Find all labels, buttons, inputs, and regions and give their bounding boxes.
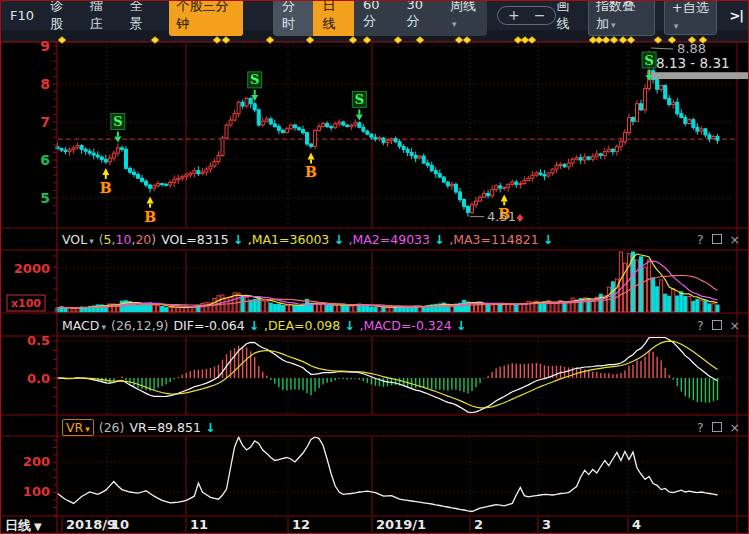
close-icon[interactable]: × — [730, 318, 740, 333]
vol-values: VOL=8315 ↓ ,MA1=36003 ↓ ,MA2=49033 ↓ ,MA… — [161, 232, 553, 247]
chevron-down-icon: ▾ — [452, 19, 457, 29]
help-icon[interactable]: ? — [697, 232, 704, 247]
zoom-in-button[interactable]: + — [508, 8, 520, 23]
header-value: VOL=8315 — [161, 232, 228, 247]
macd-values: DIF=-0.064 ↓ ,DEA=0.098 ↓ ,MACD=-0.324 ↓ — [173, 318, 466, 333]
close-icon[interactable]: × — [730, 420, 740, 435]
svg-text:S: S — [113, 114, 122, 129]
period-tab-group: 分时 日线 60分 30分 周线▾ — [273, 0, 487, 36]
svg-text:8: 8 — [40, 76, 50, 92]
down-arrow-icon: ↓ — [430, 232, 449, 247]
down-arrow-icon: ↓ — [229, 232, 248, 247]
svg-text:100: 100 — [23, 484, 50, 499]
svg-text:4: 4 — [632, 517, 641, 532]
header-value: 10 — [116, 232, 132, 247]
down-arrow-icon: ↓ — [452, 318, 467, 333]
header-value: ,MACD=-0.324 — [359, 318, 451, 333]
down-arrow-icon: ↓ — [340, 318, 359, 333]
svg-text:11: 11 — [190, 517, 208, 532]
maximize-icon[interactable] — [712, 422, 722, 432]
tab-weekly[interactable]: 周线▾ — [441, 0, 487, 36]
svg-text:2: 2 — [474, 517, 483, 532]
help-icon[interactable]: ? — [697, 420, 704, 435]
svg-text:x100: x100 — [11, 297, 41, 310]
zoom-control: + − — [497, 6, 556, 25]
svg-text:2018/9: 2018/9 — [66, 517, 116, 532]
vr-params: (26) — [99, 420, 125, 435]
toolbar-item-diagnose[interactable]: 诊股 — [50, 0, 74, 33]
tab-intraday[interactable]: 分时 — [273, 0, 313, 36]
vr-panel-header: VR▾ (26) VR=89.851 ↓ ? × — [0, 417, 749, 437]
macd-indicator-name: MACD — [62, 318, 99, 333]
toolbar: F10 诊股 擂庄 全景 个股三分钟 分时 日线 60分 30分 周线▾ + −… — [0, 0, 749, 30]
arrow-down-icon: ▼ — [34, 521, 42, 532]
chevron-down-icon: ▾ — [89, 236, 94, 246]
vr-values: VR=89.851 ↓ — [129, 420, 215, 435]
add-watchlist-label: +自选 — [672, 0, 709, 15]
toolbar-right-group: 画线 指数叠加▾ +自选▾ >| — [556, 0, 743, 36]
macd-panel-controls: ? × — [697, 315, 740, 335]
svg-text:12: 12 — [292, 517, 310, 532]
svg-text:2019/1: 2019/1 — [376, 517, 426, 532]
vol-indicator-selector[interactable]: VOL▾ — [62, 232, 94, 247]
header-value: ) — [151, 232, 156, 247]
down-arrow-icon: ↓ — [201, 420, 216, 435]
tab-60min[interactable]: 60分 — [354, 0, 398, 36]
header-value: ,MA1=36003 — [248, 232, 330, 247]
draw-line-button[interactable]: 画线 — [556, 0, 579, 33]
svg-text:2000: 2000 — [14, 261, 50, 276]
toolbar-item-panorama[interactable]: 全景 — [130, 0, 154, 33]
vol-panel-header: VOL▾ (5,10,20) VOL=8315 ↓ ,MA1=36003 ↓ ,… — [0, 229, 749, 249]
svg-text:3: 3 — [542, 517, 551, 532]
svg-text:5: 5 — [40, 190, 50, 206]
period-axis-label[interactable]: 日线 ▼ — [5, 517, 42, 534]
vol-indicator-name: VOL — [62, 232, 87, 247]
svg-text:7: 7 — [40, 114, 50, 130]
svg-text:S: S — [355, 92, 364, 107]
down-arrow-icon: ↓ — [245, 318, 264, 333]
collapse-panel-icon[interactable]: >| — [729, 8, 743, 23]
toolbar-item-f10[interactable]: F10 — [10, 8, 34, 23]
svg-text:S: S — [250, 72, 259, 87]
header-value: ,MA2=49033 — [349, 232, 431, 247]
macd-indicator-selector[interactable]: MACD▾ — [62, 318, 106, 333]
header-value: 20 — [135, 232, 151, 247]
close-icon[interactable]: × — [730, 232, 740, 247]
svg-text:4.51: 4.51 — [487, 209, 516, 224]
period-axis-text: 日线 — [5, 517, 31, 534]
svg-text:0.5: 0.5 — [27, 333, 50, 348]
maximize-icon[interactable] — [712, 320, 722, 330]
macd-panel-header: MACD▾ (26,12,9) DIF=-0.064 ↓ ,DEA=0.098 … — [0, 315, 749, 335]
vr-indicator-name: VR — [66, 420, 83, 435]
stock-3min-button[interactable]: 个股三分钟 — [169, 0, 243, 36]
svg-text:9: 9 — [40, 38, 50, 54]
index-overlay-button[interactable]: 指数叠加▾ — [588, 0, 655, 36]
header-value: ,MA3=114821 — [449, 232, 538, 247]
down-arrow-icon: ↓ — [329, 232, 348, 247]
svg-text:6: 6 — [40, 152, 50, 168]
vr-indicator-selector[interactable]: VR▾ — [62, 419, 94, 436]
svg-text:8.13 - 8.31: 8.13 - 8.31 — [656, 55, 730, 71]
chevron-down-icon: ▾ — [85, 424, 90, 434]
chevron-down-icon: ▾ — [101, 322, 106, 332]
vol-params: (5,10,20) — [99, 232, 157, 247]
chart-canvas[interactable]: 987652000x1000.50.02001002018/9101112201… — [0, 0, 749, 534]
vr-panel-controls: ? × — [697, 417, 740, 437]
vol-panel-controls: ? × — [697, 229, 740, 249]
svg-text:B: B — [305, 164, 317, 180]
svg-text:B: B — [144, 209, 156, 225]
svg-text:S: S — [644, 53, 653, 68]
toolbar-item-banker[interactable]: 擂庄 — [90, 0, 114, 33]
chevron-down-icon: ▾ — [611, 20, 616, 30]
zoom-out-button[interactable]: − — [534, 8, 546, 23]
add-watchlist-button[interactable]: +自选▾ — [664, 0, 718, 35]
maximize-icon[interactable] — [712, 234, 722, 244]
chevron-down-icon: ▾ — [674, 21, 679, 31]
tab-30min[interactable]: 30分 — [397, 0, 441, 36]
stock-chart-window: F10 诊股 擂庄 全景 个股三分钟 分时 日线 60分 30分 周线▾ + −… — [0, 0, 749, 534]
svg-text:200: 200 — [23, 454, 50, 469]
down-arrow-icon: ↓ — [539, 232, 554, 247]
tab-daily[interactable]: 日线 — [313, 0, 353, 36]
tab-weekly-label: 周线 — [450, 0, 476, 13]
help-icon[interactable]: ? — [697, 318, 704, 333]
